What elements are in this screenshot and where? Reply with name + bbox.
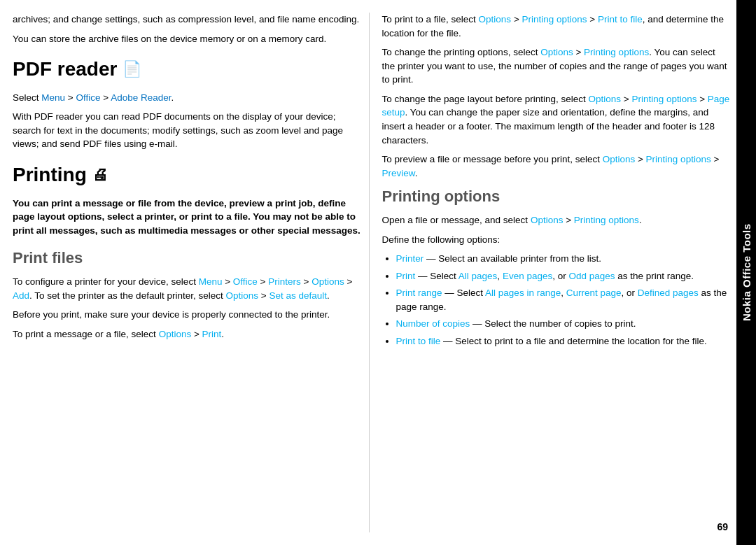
left-column: archives; and change settings, such as c… [13,13,370,532]
pdf-icon: 📄 [122,58,141,80]
list-item: Print to file — Select to print to a fil… [396,334,732,348]
options-r4[interactable]: Options [603,154,636,164]
printing-options-r1[interactable]: Printing options [522,14,587,24]
office-link[interactable]: Office [76,92,100,103]
intro-text: archives; and change settings, such as c… [13,13,362,27]
add-link[interactable]: Add [13,290,29,301]
page-number: 69 [717,521,728,532]
printing-options-r4[interactable]: Printing options [646,154,711,164]
printer-link[interactable]: Printer [396,253,424,264]
list-item: Print — Select All pages, Even pages, or… [396,269,732,283]
sidebar: Nokia Office Tools [736,0,756,545]
print-files-para2: Before you print, make sure your device … [13,308,362,322]
printing-body: You can print a message or file from the… [13,197,362,238]
pdf-reader-select: Select Menu > Office > Adobe Reader. [13,91,362,105]
odd-pages-link[interactable]: Odd pages [568,271,615,281]
set-default-link[interactable]: Set as default [269,290,327,301]
print-link-po[interactable]: Print [396,271,416,281]
preview-link[interactable]: Preview [382,168,415,178]
sidebar-text: Nokia Office Tools [741,224,752,322]
list-item: Number of copies — Select the number of … [396,317,732,331]
main-content: archives; and change settings, such as c… [0,0,736,545]
print-link[interactable]: Print [202,329,222,339]
archive-store-text: You can store the archive files on the d… [13,32,362,46]
printing-options-heading: Printing options [382,185,732,208]
print-range-link[interactable]: Print range [396,288,442,298]
printing-options-r2[interactable]: Printing options [584,47,649,57]
right-column: To print to a file, select Options > Pri… [370,13,737,532]
options-r2[interactable]: Options [540,47,573,57]
printing-options-r3[interactable]: Printing options [631,94,696,104]
options-link3[interactable]: Options [159,329,192,339]
right-para4: To preview a file or message before you … [382,153,732,180]
right-para2: To change the printing options, select O… [382,45,732,87]
list-item: Print range — Select All pages in range,… [396,286,732,313]
right-para1: To print to a file, select Options > Pri… [382,13,732,40]
options-list: Printer — Select an available printer fr… [382,252,732,348]
all-pages-range-link[interactable]: All pages in range [485,288,561,298]
printers-link[interactable]: Printers [268,276,301,287]
page-container: archives; and change settings, such as c… [0,0,756,545]
options-po[interactable]: Options [531,215,564,225]
print-files-para1: To configure a printer for your device, … [13,275,362,302]
options-r3[interactable]: Options [588,94,621,104]
printing-options-intro: Open a file or message, and select Optio… [382,213,732,227]
options-link[interactable]: Options [312,276,344,287]
defined-pages-link[interactable]: Defined pages [638,288,699,298]
printing-heading: Printing 🖨 [13,161,362,190]
current-page-link[interactable]: Current page [566,288,622,298]
define-text: Define the following options: [382,233,732,247]
adobe-reader-link[interactable]: Adobe Reader [111,92,171,103]
even-pages-link[interactable]: Even pages [503,271,552,281]
all-pages-link[interactable]: All pages [458,271,498,281]
print-to-file-link[interactable]: Print to file [396,336,441,346]
printing-link-po[interactable]: Printing options [574,215,639,225]
menu-link[interactable]: Menu [41,92,65,103]
options-r1[interactable]: Options [479,14,512,24]
list-item: Printer — Select an available printer fr… [396,252,732,266]
right-para3: To change the page layout before printin… [382,92,732,147]
office-link2[interactable]: Office [233,276,258,287]
print-files-para3: To print a message or a file, select Opt… [13,327,362,341]
printer-icon: 🖨 [92,164,108,186]
print-files-heading: Print files [13,247,362,269]
options-link2[interactable]: Options [225,290,258,301]
number-copies-link[interactable]: Number of copies [396,318,470,329]
print-to-file-r1[interactable]: Print to file [598,14,643,24]
menu-link2[interactable]: Menu [199,276,223,287]
pdf-reader-heading: PDF reader 📄 [13,55,362,84]
pdf-reader-body: With PDF reader you can read PDF documen… [13,110,362,151]
